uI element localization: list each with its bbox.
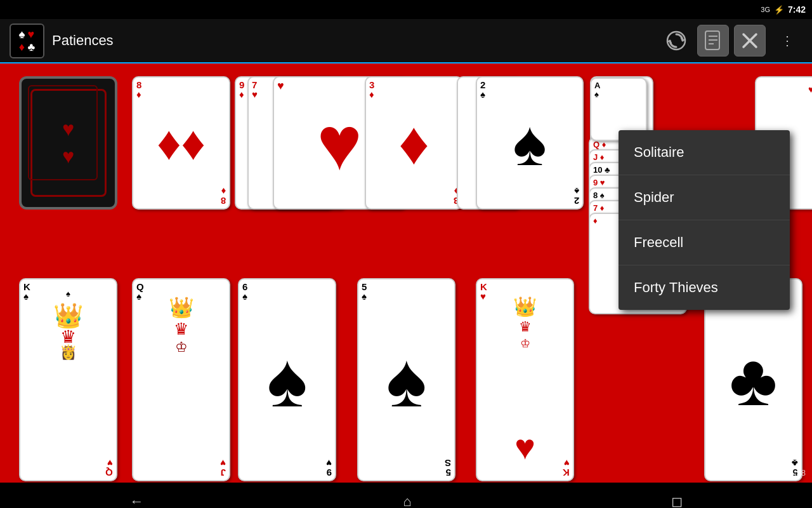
app-title: Patiences [52,32,655,49]
bottom-nav: ← ⌂ ◻ [0,483,812,508]
card-queen-jack-spades[interactable]: Q♠ 👑 ♛ ♔ J♥ [132,278,230,481]
back-button[interactable]: ← [110,487,162,508]
menu-item-solitaire[interactable]: Solitaire [619,130,790,175]
close-button[interactable] [734,25,766,57]
card-5-spades[interactable]: 5♠ ♠ 5S [357,278,455,481]
score-display: 4:58 [790,468,806,478]
menu-item-spider[interactable]: Spider [619,175,790,220]
app-logo: ♠♥ ♦♣ [10,23,44,58]
dropdown-menu: Solitaire Spider Freecell Forty Thieves [619,130,790,310]
card-3-diamonds[interactable]: 3♦ ♦ 3♦ [365,76,463,210]
clock: 7:42 [788,4,806,15]
card-6-spades[interactable]: 6♠ ♠ 9♥ [238,278,336,481]
card-8-diamonds[interactable]: 8♦ ♦♦ 8♦ [132,76,230,210]
deck-pile[interactable]: ♥ ♥ [19,76,117,210]
menu-item-freecell[interactable]: Freecell [619,220,790,265]
refresh-button[interactable] [660,25,692,57]
menu-item-forty-thieves[interactable]: Forty Thieves [619,265,790,310]
card-king-hearts[interactable]: K♥ 👑 ♛ ♔ ♥ K♥ [476,278,574,481]
battery-icon: ⚡ [774,5,784,15]
score-button[interactable] [697,25,729,57]
more-button[interactable]: ⋮ [771,25,802,57]
game-area: ♥ ♥ 8♦ ♦♦ 8♦ 9♦ ♦♦ 9♦ 7♥ ♥ 7♥ ♥ ♥ ♥ 3♦ ♦… [0,64,812,483]
recents-button[interactable]: ◻ [652,487,702,508]
signal-indicator: 3G [761,6,770,13]
status-bar: 3G ⚡ 7:42 [0,0,812,19]
card-king-queen[interactable]: K♠ ♠ 👑 ♛ 👸 Q♥ [19,278,117,481]
home-button[interactable]: ⌂ [384,487,430,508]
top-bar: ♠♥ ♦♣ Patiences ⋮ [0,19,812,64]
card-2-spades[interactable]: 2♠ ♠ 2♠ [476,76,584,210]
